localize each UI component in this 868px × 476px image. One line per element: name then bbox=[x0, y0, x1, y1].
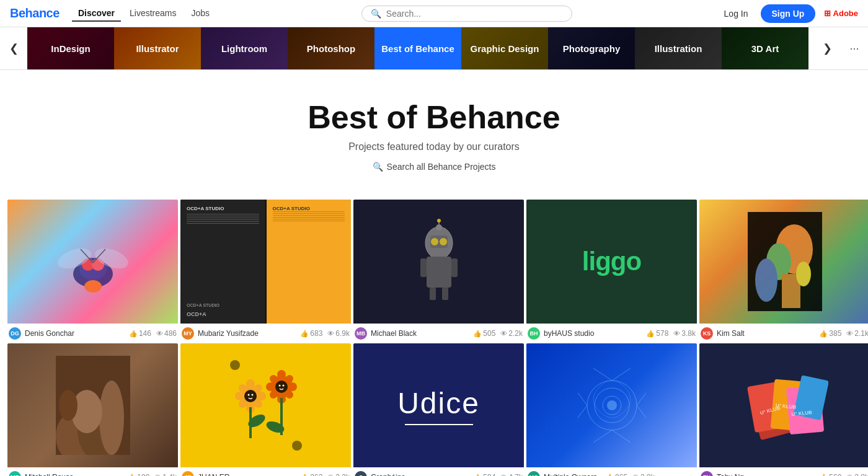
cat-item-graphic[interactable]: Graphic Design bbox=[461, 27, 548, 69]
gallery-item-4[interactable]: liggo BH byHAUS studio 👍578 👁3.8k bbox=[526, 200, 697, 341]
svg-point-77 bbox=[607, 400, 617, 410]
gallery-meta-1: DG Denis Gonchar 👍146 👁486 bbox=[7, 324, 178, 341]
svg-rect-14 bbox=[420, 258, 427, 277]
cat-more-button[interactable]: ··· bbox=[841, 27, 868, 69]
svg-point-54 bbox=[288, 382, 297, 391]
cat-nav-next[interactable]: ❯ bbox=[813, 27, 841, 69]
cat-item-photoshop[interactable]: Photoshop bbox=[288, 27, 374, 69]
svg-point-50 bbox=[275, 381, 288, 393]
svg-line-71 bbox=[593, 430, 612, 443]
search-icon-hero: 🔍 bbox=[373, 162, 383, 172]
search-input-wrap[interactable]: 🔍 bbox=[361, 6, 572, 22]
gallery-thumb-5 bbox=[699, 200, 868, 324]
gallery-item-7[interactable]: JE JUAN ER 👍363 👁2.2k bbox=[180, 343, 351, 476]
avatar-4: BH bbox=[528, 327, 540, 340]
gallery-thumb-6 bbox=[7, 343, 178, 467]
cat-label-photoshop: Photoshop bbox=[288, 27, 374, 69]
search-icon: 🔍 bbox=[371, 9, 381, 19]
svg-point-37 bbox=[246, 379, 255, 388]
gallery-thumb-9 bbox=[526, 343, 697, 467]
avatar-3: MB bbox=[355, 327, 367, 340]
author-3: Michael Black bbox=[371, 329, 469, 338]
gallery-meta-7: JE JUAN ER 👍363 👁2.2k bbox=[180, 467, 351, 476]
gallery-item-10[interactable]: U° KLUB U° KLUB U° KLUB TN Toby Ng 👍569 … bbox=[699, 343, 868, 476]
header: Behance Discover Livestreams Jobs 🔍 Log … bbox=[0, 0, 868, 27]
gallery-thumb-3 bbox=[353, 200, 524, 324]
svg-line-74 bbox=[578, 405, 587, 418]
svg-rect-15 bbox=[451, 258, 458, 277]
gallery-item-6[interactable]: MR Mitchell Rouse 👍199 👁1.4k bbox=[7, 343, 178, 476]
avatar-2: MY bbox=[182, 327, 194, 340]
cat-label-illustration: Illustration bbox=[635, 27, 722, 69]
cat-label-illustrator: Illustrator bbox=[114, 27, 201, 69]
hero-section: Best of Behance Projects featured today … bbox=[0, 70, 868, 187]
gallery-item-9[interactable]: MO Multiple Owners ▾ 👍965 👁3.9k bbox=[526, 343, 697, 476]
author-9: Multiple Owners bbox=[544, 473, 597, 476]
stats-6: 👍199 👁1.4k bbox=[127, 473, 177, 476]
gallery-meta-2: MY Mubariz Yusifzade 👍683 👁6.9k bbox=[180, 324, 351, 341]
gallery-item-3[interactable]: MB Michael Black 👍505 👁2.2k bbox=[353, 200, 524, 341]
cat-item-photo[interactable]: Photography bbox=[548, 27, 635, 69]
svg-point-56 bbox=[286, 375, 293, 382]
svg-point-31 bbox=[99, 381, 124, 455]
cat-label-graphic: Graphic Design bbox=[461, 27, 548, 69]
svg-point-64 bbox=[230, 360, 240, 370]
avatar-9: MO bbox=[528, 471, 540, 476]
login-button[interactable]: Log In bbox=[718, 5, 755, 22]
stats-7: 👍363 👁2.2k bbox=[300, 473, 350, 476]
cat-item-illustration[interactable]: Illustration bbox=[635, 27, 722, 69]
header-actions: Log In Sign Up ⊞ Adobe bbox=[718, 4, 858, 23]
svg-rect-17 bbox=[442, 288, 448, 300]
author-1: Denis Gonchar bbox=[25, 329, 125, 338]
gallery-item-2[interactable]: OCD+A STUDIO OCD+A STUDIO OCD+A OCD+A ST… bbox=[180, 200, 351, 341]
gallery-item-8[interactable]: Udice G Graphéine 👍594 👁4.7k bbox=[353, 343, 524, 476]
svg-point-51 bbox=[277, 370, 286, 379]
search-input[interactable] bbox=[386, 9, 563, 19]
svg-point-41 bbox=[239, 384, 246, 392]
gallery-thumb-10: U° KLUB U° KLUB U° KLUB bbox=[699, 343, 868, 467]
stats-9: 👍965 👁3.9k bbox=[605, 473, 655, 476]
cat-item-3dart[interactable]: 3D Art bbox=[722, 27, 808, 69]
author-5: Kim Salt bbox=[717, 329, 815, 338]
svg-line-72 bbox=[612, 430, 631, 443]
gallery-thumb-7 bbox=[180, 343, 351, 467]
cat-item-illustrator[interactable]: Illustrator bbox=[114, 27, 201, 69]
nav-jobs[interactable]: Jobs bbox=[185, 6, 216, 22]
svg-point-48 bbox=[251, 394, 253, 396]
gallery-thumb-4: liggo bbox=[526, 200, 697, 324]
svg-point-27 bbox=[796, 262, 811, 286]
gallery-meta-10: TN Toby Ng 👍569 👁3.8k bbox=[699, 467, 868, 476]
stats-2: 👍683 👁6.9k bbox=[300, 329, 350, 338]
hero-search-link[interactable]: 🔍 Search all Behance Projects bbox=[373, 162, 496, 172]
gallery-meta-4: BH byHAUS studio 👍578 👁3.8k bbox=[526, 324, 697, 341]
cat-item-lightroom[interactable]: Lightroom bbox=[201, 27, 288, 69]
svg-line-70 bbox=[612, 368, 631, 381]
multi-owner: Multiple Owners ▾ bbox=[544, 473, 601, 476]
cat-item-best[interactable]: Best of Behance bbox=[374, 27, 461, 69]
cat-label-photo: Photography bbox=[548, 27, 635, 69]
author-6: Mitchell Rouse bbox=[25, 473, 123, 476]
cat-item-indesign[interactable]: InDesign bbox=[27, 27, 114, 69]
author-8: Graphéine bbox=[371, 473, 469, 476]
svg-point-60 bbox=[278, 385, 280, 387]
svg-point-43 bbox=[239, 400, 246, 408]
svg-point-26 bbox=[755, 258, 777, 302]
gallery-item-5[interactable]: KS Kim Salt 👍385 👁2.1k bbox=[699, 200, 868, 341]
gallery-item-1[interactable]: DG Denis Gonchar 👍146 👁486 bbox=[7, 200, 178, 341]
cat-nav-prev[interactable]: ❮ bbox=[0, 27, 27, 69]
svg-point-20 bbox=[437, 219, 441, 223]
svg-line-76 bbox=[637, 405, 646, 418]
signup-button[interactable]: Sign Up bbox=[761, 4, 816, 23]
avatar-6: MR bbox=[9, 471, 21, 476]
nav-discover[interactable]: Discover bbox=[72, 6, 121, 22]
svg-point-44 bbox=[255, 400, 262, 408]
behance-logo[interactable]: Behance bbox=[10, 6, 60, 20]
svg-point-12 bbox=[440, 238, 447, 245]
avatar-8: G bbox=[355, 471, 367, 476]
svg-point-55 bbox=[270, 375, 277, 382]
svg-rect-13 bbox=[427, 257, 451, 288]
nav-livestreams[interactable]: Livestreams bbox=[123, 6, 182, 22]
author-2: Mubariz Yusifzade bbox=[198, 329, 296, 338]
header-search: 🔍 bbox=[216, 6, 718, 22]
gallery: DG Denis Gonchar 👍146 👁486 OCD+A STUDIO bbox=[0, 187, 868, 476]
